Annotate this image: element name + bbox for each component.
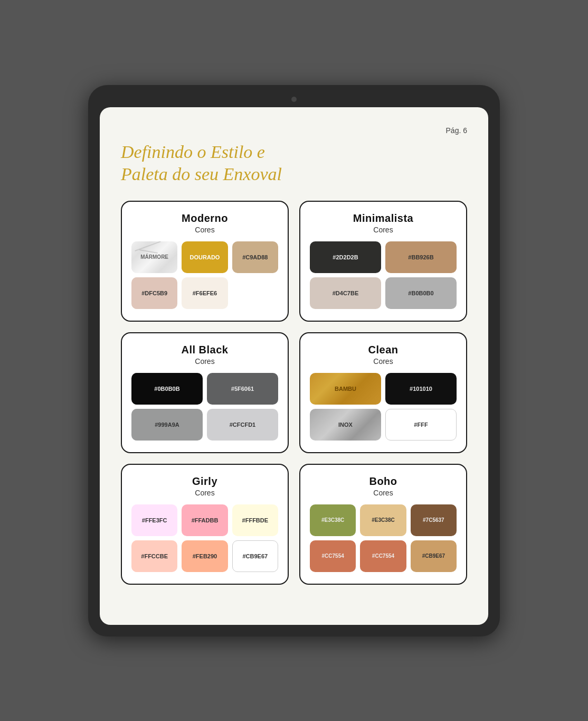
swatch-cb9e67-girly: #CB9E67 [232, 540, 278, 572]
swatch-fff: #FFF [385, 409, 457, 441]
swatch-ffe3fc: #FFE3FC [131, 504, 177, 536]
card-boho-title: Boho [310, 475, 457, 488]
card-allblack-title: All Black [131, 344, 278, 356]
tablet-screen: Pág. 6 Definindo o Estilo e Paleta do se… [100, 107, 488, 625]
swatch-cc7554-2: #CC7554 [360, 540, 406, 572]
card-clean-title: Clean [310, 344, 457, 356]
card-allblack: All Black Cores #0B0B0B #5F6061 #999A9A … [121, 332, 289, 453]
card-minimalista-title: Minimalista [310, 212, 457, 224]
swatch-ffadbb: #FFADBB [182, 504, 227, 536]
swatch-olive: #E3C38C [310, 504, 356, 536]
card-girly-title: Girly [131, 475, 278, 488]
swatch-inox: INOX [310, 409, 381, 441]
swatch-dourado: DOURADO [182, 241, 227, 273]
swatch-0b0b0b: #0B0B0B [131, 373, 203, 405]
swatch-bambu: BAMBU [310, 373, 381, 405]
card-boho: Boho Cores #E3C38C #E3C38C #7C5637 #CC75… [299, 464, 467, 585]
swatch-d4c7be: #D4C7BE [310, 277, 381, 309]
card-clean-subtitle: Cores [310, 357, 457, 366]
card-boho-subtitle: Cores [310, 489, 457, 497]
card-girly: Girly Cores #FFE3FC #FFADBB #FFFBDE #FFC… [121, 464, 289, 585]
page-number: Pág. 6 [121, 126, 467, 135]
tablet-frame: Pág. 6 Definindo o Estilo e Paleta do se… [88, 85, 500, 636]
swatch-fffbde: #FFFBDE [232, 504, 278, 536]
page-title: Definindo o Estilo e Paleta do seu Enxov… [121, 141, 467, 186]
swatch-marmore: MÁRMORE [131, 241, 177, 273]
swatch-c9ad88: #C9AD88 [232, 241, 278, 273]
swatch-dfc5b9: #DFC5B9 [131, 277, 177, 309]
card-minimalista: Minimalista Cores #2D2D2B #BB926B #D4C7B… [299, 201, 467, 322]
swatch-cfcfd1: #CFCFD1 [207, 409, 278, 441]
swatch-7c5637: #7C5637 [411, 504, 457, 536]
card-clean: Clean Cores BAMBU #101010 INOX #FFF [299, 332, 467, 453]
swatch-e3c38c: #E3C38C [360, 504, 406, 536]
swatch-101010: #101010 [385, 373, 457, 405]
swatch-999a9a: #999A9A [131, 409, 203, 441]
swatch-b0b0b0: #B0B0B0 [385, 277, 457, 309]
swatch-cc7554-1: #CC7554 [310, 540, 356, 572]
card-moderno: Moderno Cores MÁRMORE DOURADO #C9AD88 #D… [121, 201, 289, 322]
swatch-f6efe6: #F6EFE6 [182, 277, 227, 309]
cards-grid: Moderno Cores MÁRMORE DOURADO #C9AD88 #D… [121, 201, 467, 585]
card-minimalista-subtitle: Cores [310, 226, 457, 234]
card-girly-subtitle: Cores [131, 489, 278, 497]
swatch-2d2d2b: #2D2D2B [310, 241, 381, 273]
card-moderno-title: Moderno [131, 212, 278, 224]
swatch-feb290: #FEB290 [182, 540, 227, 572]
tablet-camera [291, 97, 297, 102]
card-allblack-subtitle: Cores [131, 357, 278, 366]
swatch-cb9e67-boho: #CB9E67 [411, 540, 457, 572]
swatch-ffccbe: #FFCCBE [131, 540, 177, 572]
card-moderno-subtitle: Cores [131, 226, 278, 234]
swatch-bb926b: #BB926B [385, 241, 457, 273]
swatch-5f6061: #5F6061 [207, 373, 278, 405]
